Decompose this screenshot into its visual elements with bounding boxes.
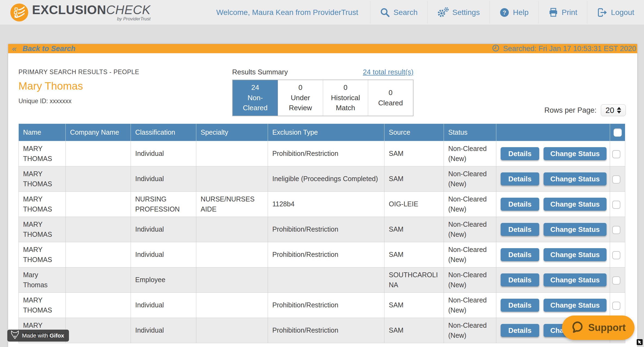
row-checkbox[interactable] bbox=[612, 150, 620, 158]
search-icon bbox=[380, 8, 390, 17]
summary-tabs: 24 Non-Cleared 0 Under Review 0 Historic… bbox=[232, 80, 413, 116]
searched-timestamp: Searched: Fri Jan 17 10:53:31 EST 2020 bbox=[492, 45, 636, 53]
cell-status: Non-Cleared (New) bbox=[444, 166, 496, 192]
cell-source: SAM bbox=[384, 318, 444, 343]
table-row: MARY THOMAS Individual Prohibition/Restr… bbox=[19, 293, 625, 318]
nav-item-help[interactable]: ? Help bbox=[490, 0, 538, 25]
table-row: MARY THOMAS Individual Prohibition/Restr… bbox=[19, 141, 625, 166]
row-checkbox[interactable] bbox=[612, 175, 620, 184]
details-button[interactable]: Details bbox=[501, 273, 539, 286]
details-button[interactable]: Details bbox=[501, 198, 539, 211]
nav-item-logout[interactable]: Logout bbox=[587, 0, 644, 25]
stepper-arrows-icon bbox=[617, 107, 621, 113]
support-button[interactable]: Support bbox=[562, 316, 634, 340]
details-button[interactable]: Details bbox=[501, 172, 539, 185]
row-checkbox[interactable] bbox=[612, 251, 620, 259]
details-button[interactable]: Details bbox=[501, 147, 539, 160]
rows-per-page-select[interactable]: 20 bbox=[601, 104, 626, 116]
col-header-exclusion-type: Exclusion Type bbox=[268, 124, 384, 141]
cell-classification: Individual bbox=[131, 242, 196, 267]
nav-item-settings[interactable]: Settings bbox=[428, 0, 490, 25]
total-results-link[interactable]: 24 total result(s) bbox=[363, 68, 413, 76]
cell-source: SAM bbox=[384, 217, 444, 242]
toolbar: « Back to Search Searched: Fri Jan 17 10… bbox=[8, 44, 637, 53]
cell-source: SAM bbox=[384, 293, 444, 318]
cell-company bbox=[66, 293, 131, 318]
cell-name: MARY THOMAS bbox=[19, 217, 66, 242]
row-checkbox[interactable] bbox=[612, 226, 620, 234]
back-to-search-link[interactable]: « Back to Search bbox=[12, 44, 75, 53]
change-status-button[interactable]: Change Status bbox=[544, 223, 607, 236]
cell-name: Mary Thomas bbox=[19, 267, 66, 293]
top-header: EXCLUSIONCHECK by ProviderTrust Welcome,… bbox=[0, 0, 644, 25]
details-button[interactable]: Details bbox=[501, 223, 539, 236]
rows-per-page: Rows per Page: 20 bbox=[544, 104, 626, 116]
header-nav: Welcome, Maura Kean from ProviderTrust S… bbox=[204, 0, 644, 25]
cell-exclusion-type: Prohibition/Restriction bbox=[268, 141, 384, 166]
row-checkbox[interactable] bbox=[612, 276, 620, 285]
tab-cleared[interactable]: 0 Cleared bbox=[368, 80, 413, 116]
tab-under-review[interactable]: 0 Under Review bbox=[278, 80, 323, 116]
tab-historical-match[interactable]: 0 Historical Match bbox=[323, 80, 368, 116]
welcome-text: Welcome, Maura Kean from ProviderTrust bbox=[204, 0, 370, 25]
cell-source: OIG-LEIE bbox=[384, 192, 444, 217]
cell-specialty bbox=[196, 217, 268, 242]
row-checkbox[interactable] bbox=[612, 302, 620, 310]
cell-status: Non-Cleared (New) bbox=[444, 267, 496, 293]
cell-company bbox=[66, 166, 131, 192]
cell-exclusion-type: Prohibition/Restriction bbox=[268, 293, 384, 318]
change-status-button[interactable]: Change Status bbox=[544, 172, 607, 185]
change-status-button[interactable]: Change Status bbox=[544, 198, 607, 211]
cell-specialty bbox=[196, 318, 268, 343]
cell-name: MARY THOMAS bbox=[19, 166, 66, 192]
cell-exclusion-type: Prohibition/Restriction bbox=[268, 217, 384, 242]
nav-item-print[interactable]: Print bbox=[539, 0, 587, 25]
col-header-status: Status bbox=[444, 124, 496, 141]
table-header-row: Name Company Name Classification Special… bbox=[19, 124, 625, 141]
cell-name: MARY THOMAS bbox=[19, 242, 66, 267]
unique-id: Unique ID: xxxxxxx bbox=[18, 97, 139, 105]
cell-status: Non-Cleared (New) bbox=[444, 293, 496, 318]
results-summary: Results Summary 24 total result(s) 24 No… bbox=[232, 68, 413, 116]
tab-non-cleared[interactable]: 24 Non-Cleared bbox=[233, 80, 278, 116]
cell-classification: NURSING PROFESSION bbox=[131, 192, 196, 217]
details-button[interactable]: Details bbox=[501, 299, 539, 312]
cell-company bbox=[66, 217, 131, 242]
cell-status: Non-Cleared (New) bbox=[444, 242, 496, 267]
cell-source: SAM bbox=[384, 166, 444, 192]
table-row: MARY THOMAS Individual Ineligible (Proce… bbox=[19, 166, 625, 192]
cell-name: MARY THOMAS bbox=[19, 293, 66, 318]
change-status-button[interactable]: Change Status bbox=[544, 299, 607, 312]
details-button[interactable]: Details bbox=[501, 248, 539, 261]
tab-count: 24 bbox=[251, 83, 259, 93]
brand-text: EXCLUSIONCHECK by ProviderTrust bbox=[32, 4, 150, 21]
info-area: PRIMARY SEARCH RESULTS - PEOPLE Mary Tho… bbox=[18, 53, 626, 124]
cell-status: Non-Cleared (New) bbox=[444, 318, 496, 343]
cell-source: SAM bbox=[384, 141, 444, 166]
watermark-prefix: Made with bbox=[22, 332, 50, 339]
row-checkbox[interactable] bbox=[612, 201, 620, 209]
fox-icon bbox=[11, 330, 19, 341]
cell-status: Non-Cleared (New) bbox=[444, 141, 496, 166]
change-status-button[interactable]: Change Status bbox=[544, 273, 607, 286]
change-status-button[interactable]: Change Status bbox=[544, 147, 607, 160]
col-header-source: Source bbox=[384, 124, 444, 141]
tab-label: Cleared bbox=[378, 98, 403, 108]
person-name: Mary Thomas bbox=[18, 80, 139, 92]
cell-classification: Individual bbox=[131, 318, 196, 343]
cell-specialty: NURSE/NURSES AIDE bbox=[196, 192, 268, 217]
app-logo[interactable]: EXCLUSIONCHECK by ProviderTrust bbox=[10, 0, 150, 25]
brand-italic: CHECK bbox=[106, 3, 151, 17]
cell-company bbox=[66, 267, 131, 293]
tab-count: 0 bbox=[343, 83, 347, 93]
nav-item-search[interactable]: Search bbox=[370, 0, 427, 25]
tab-label: Non-Cleared bbox=[235, 93, 275, 113]
change-status-button[interactable]: Change Status bbox=[544, 248, 607, 261]
details-button[interactable]: Details bbox=[501, 324, 539, 337]
cell-specialty bbox=[196, 293, 268, 318]
col-header-name: Name bbox=[19, 124, 66, 141]
cell-classification: Individual bbox=[131, 217, 196, 242]
cell-exclusion-type bbox=[268, 267, 384, 293]
cell-classification: Individual bbox=[131, 166, 196, 192]
select-all-checkbox[interactable] bbox=[614, 128, 622, 137]
